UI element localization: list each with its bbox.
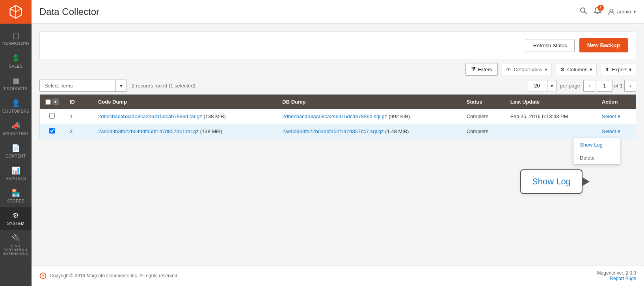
delete-menu-item[interactable]: Delete: [573, 151, 620, 164]
next-page-button[interactable]: ›: [624, 80, 636, 92]
prev-page-button[interactable]: ‹: [583, 80, 595, 92]
reports-icon: 📊: [11, 166, 20, 175]
row2-select-label: Select: [602, 128, 616, 134]
sidebar-item-label: SYSTEM: [7, 221, 24, 226]
select-all-dropdown[interactable]: ▾: [52, 98, 59, 105]
sidebar-item-content[interactable]: 📄 CONTENT: [0, 140, 32, 162]
topbar-right: 3 admin ▾: [579, 7, 636, 17]
row2-code-dump-size: (138 MiB): [200, 128, 222, 134]
marketing-icon: 📣: [11, 121, 20, 130]
default-view-selector[interactable]: 👁 Default View ▾: [502, 64, 552, 75]
sort-icon: ↑: [78, 100, 80, 104]
row1-checkbox[interactable]: [49, 113, 55, 119]
row-controls-left: ▾ 2 records found (1 selected): [39, 80, 195, 92]
sidebar-item-find[interactable]: 🔌 FIND PARTNERS & EXTENSIONS: [0, 230, 32, 260]
sidebar-item-reports[interactable]: 📊 REPORTS: [0, 162, 32, 185]
filter-icon: ⧩: [471, 66, 476, 72]
data-table: ▾ ID ↑ Code Dump DB Dump Status: [39, 94, 636, 139]
th-last-update-label: Last Update: [510, 99, 540, 105]
row1-db-dump-link[interactable]: 2dbecbacab3aa08ca2b6415dcab7896d.sql.gz: [282, 113, 387, 119]
refresh-status-button[interactable]: Refresh Status: [526, 39, 575, 52]
svg-line-2: [584, 12, 586, 14]
row2-db-dump-link[interactable]: 2ae5d9b3fb22b64ddf450f147d857bc7.sql.gz: [282, 128, 383, 134]
page-number-input[interactable]: [597, 80, 612, 92]
notifications-icon[interactable]: 3: [594, 7, 601, 17]
row2-checkbox[interactable]: [49, 128, 55, 134]
search-icon[interactable]: [579, 7, 587, 17]
sidebar-item-stores[interactable]: 🏪 STORES: [0, 185, 32, 207]
row2-code-dump-link[interactable]: 2ae5d9b3fb22b64ddf450f147d857bc7.tar.gz: [98, 128, 199, 134]
row1-code-dump-size: (138 MiB): [203, 113, 225, 119]
sidebar-item-sales[interactable]: 💲 SALES: [0, 50, 32, 72]
new-backup-button[interactable]: New Backup: [579, 38, 628, 52]
row1-action-select: Select ▾: [602, 113, 620, 119]
table-header-row: ▾ ID ↑ Code Dump DB Dump Status: [40, 95, 636, 110]
row1-code-dump-link[interactable]: 2dbecbacab3aa08ca2b6415dcab7896d.tar.gz: [98, 113, 202, 119]
row1-action: Select ▾: [596, 109, 636, 124]
footer-right: Magento ver. 2.0.0 Report Bugs: [597, 270, 636, 281]
per-page-dropdown-icon[interactable]: ▾: [547, 80, 557, 91]
show-log-callout-label: Show Log: [532, 176, 571, 186]
sidebar-item-label: FIND PARTNERS & EXTENSIONS: [2, 244, 30, 256]
export-button[interactable]: ⬆ Export ▾: [601, 64, 636, 75]
row1-id: 1: [64, 109, 93, 124]
footer-logo: Copyright© 2016 Magento Commerce Inc. Al…: [39, 272, 179, 279]
th-id[interactable]: ID ↑: [64, 95, 93, 110]
select-items-input[interactable]: [40, 80, 115, 91]
row2-select-button[interactable]: Select ▾: [602, 128, 620, 134]
chevron-down-icon: ▾: [629, 67, 632, 72]
sidebar-item-marketing[interactable]: 📣 MARKETING: [0, 117, 32, 140]
th-action-label: Action: [602, 99, 618, 105]
th-code-dump: Code Dump: [93, 95, 277, 110]
eye-icon: 👁: [506, 67, 511, 72]
admin-dropdown-icon: ▾: [633, 9, 636, 15]
row1-db-dump-size: (992 KiB): [389, 113, 410, 119]
th-status-label: Status: [467, 99, 482, 105]
sidebar-item-dashboard[interactable]: ◫ DASHBOARD: [0, 28, 32, 50]
chevron-down-icon: ▾: [545, 67, 547, 72]
footer: Copyright© 2016 Magento Commerce Inc. Al…: [32, 265, 644, 286]
content-icon: 📄: [11, 144, 20, 152]
select-all-checkbox[interactable]: [45, 99, 51, 105]
sidebar-item-customers[interactable]: 👤 CUSTOMERS: [0, 95, 32, 117]
row1-select-button[interactable]: Select ▾: [602, 113, 620, 119]
table-row: 1 2dbecbacab3aa08ca2b6415dcab7896d.tar.g…: [40, 109, 636, 124]
sidebar-logo: [0, 0, 32, 24]
row2-last-update: [505, 124, 596, 139]
per-page-selector: ▾: [527, 80, 557, 91]
row2-code-dump: 2ae5d9b3fb22b64ddf450f147d857bc7.tar.gz …: [93, 124, 277, 139]
pagination: ‹ of 1 ›: [583, 80, 636, 92]
table-row: 2 2ae5d9b3fb22b64ddf450f147d857bc7.tar.g…: [40, 124, 636, 139]
filters-label: Filters: [478, 67, 492, 72]
filters-button[interactable]: ⧩ Filters: [465, 63, 498, 76]
row2-db-dump-size: (1.48 MiB): [385, 128, 409, 134]
sidebar: ◫ DASHBOARD 💲 SALES ▦ PRODUCTS 👤 CUSTOME…: [0, 0, 32, 286]
sidebar-item-label: CUSTOMERS: [2, 109, 29, 113]
show-log-menu-item[interactable]: Show Log: [573, 138, 620, 151]
select-items-dropdown-icon[interactable]: ▾: [115, 80, 127, 91]
default-view-label: Default View: [514, 67, 542, 72]
main-content: Data Collector 3 admin: [32, 0, 644, 286]
row-controls: ▾ 2 records found (1 selected) ▾ per pag…: [39, 80, 636, 92]
sidebar-item-products[interactable]: ▦ PRODUCTS: [0, 72, 32, 95]
select-items-wrapper: ▾: [39, 80, 127, 92]
row1-db-dump: 2dbecbacab3aa08ca2b6415dcab7896d.sql.gz …: [277, 109, 461, 124]
total-pages: 1: [620, 83, 623, 89]
columns-label: Columns: [567, 67, 587, 72]
stores-icon: 🏪: [11, 189, 20, 197]
row1-checkbox-cell: [40, 109, 65, 124]
columns-button[interactable]: ⚙ Columns ▾: [556, 64, 597, 75]
footer-version: Magento ver. 2.0.0: [597, 270, 636, 276]
admin-label: admin: [617, 9, 631, 15]
sidebar-item-system[interactable]: ⚙ SYSTEM: [0, 207, 32, 230]
row2-status: Complete: [461, 124, 505, 139]
report-bugs-link[interactable]: Report Bugs: [610, 276, 636, 281]
content-area: Refresh Status New Backup ⧩ Filters 👁 De…: [32, 24, 644, 265]
notification-count: 3: [597, 5, 604, 11]
admin-user-menu[interactable]: admin ▾: [608, 8, 636, 15]
th-db-dump-label: DB Dump: [282, 99, 305, 105]
sidebar-item-label: REPORTS: [6, 176, 26, 181]
chevron-down-icon: ▾: [590, 67, 592, 72]
sidebar-item-label: PRODUCTS: [4, 87, 28, 91]
per-page-input[interactable]: [527, 80, 547, 91]
